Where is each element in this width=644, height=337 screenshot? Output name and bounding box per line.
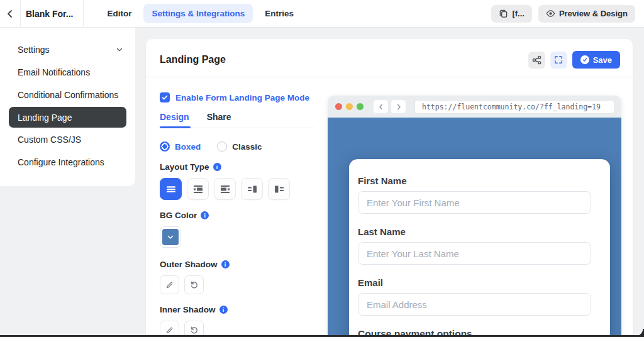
radio-classic[interactable]: Classic <box>217 141 262 152</box>
layout-type-label-row: Layout Type i <box>160 162 314 172</box>
layout-media-top-right-icon <box>193 184 203 194</box>
email-input[interactable] <box>358 293 591 316</box>
form-nav-tabs: Editor Settings & Integrations Entries <box>99 4 302 23</box>
layout-media-top-left-button[interactable] <box>214 178 236 200</box>
sidebar-item-landing-page[interactable]: Landing Page <box>9 107 126 128</box>
traffic-light-yellow-icon <box>346 103 353 110</box>
traffic-light-red-icon <box>335 103 342 110</box>
sidebar-item-configure-integrations[interactable]: Configure Integrations <box>0 151 135 174</box>
share-icon <box>532 55 541 65</box>
inner-shadow-label: Inner Shadow <box>160 305 216 314</box>
form-field-last-name: Last Name <box>358 226 591 265</box>
sidebar-item-label: Configure Integrations <box>18 157 104 167</box>
layout-mode-radios: Boxed Classic <box>160 141 314 152</box>
layout-media-top-left-icon <box>220 184 230 194</box>
bg-color-swatch <box>162 229 179 245</box>
outer-shadow-reset-button[interactable] <box>184 275 204 294</box>
topbar-actions: [f... Preview & Design <box>491 5 635 23</box>
shortcode-button[interactable]: [f... <box>491 5 532 23</box>
check-icon <box>162 94 168 101</box>
reset-icon <box>190 280 199 289</box>
info-icon[interactable]: i <box>201 211 209 219</box>
field-label: First Name <box>358 175 591 186</box>
browser-url-field[interactable] <box>414 100 614 114</box>
browser-back-button[interactable] <box>374 100 388 113</box>
window-corner <box>636 329 644 337</box>
pencil-icon <box>165 326 174 334</box>
outer-shadow-controls <box>160 275 314 294</box>
sidebar-item-label: Custom CSS/JS <box>18 135 81 145</box>
browser-forward-button[interactable] <box>391 100 406 113</box>
layout-no-media-button[interactable] <box>160 178 182 200</box>
info-icon[interactable]: i <box>219 306 228 314</box>
form-title: Blank For... <box>20 0 84 28</box>
field-label: Last Name <box>358 226 591 237</box>
browser-chrome-bar <box>328 96 621 118</box>
landing-page-preview: First Name Last Name Email Course paymen… <box>328 96 621 337</box>
page-title: Landing Page <box>160 54 226 65</box>
sidebar-item-settings[interactable]: Settings <box>0 38 135 61</box>
outer-shadow-label: Outer Shadow <box>160 260 218 269</box>
preview-design-button[interactable]: Preview & Design <box>538 5 635 23</box>
traffic-lights <box>335 103 364 110</box>
panel-toolbar: Save <box>528 51 620 69</box>
sidebar-item-label: Landing Page <box>18 113 72 123</box>
tab-settings-integrations[interactable]: Settings & Integrations <box>143 4 253 23</box>
enable-landing-mode-checkbox[interactable] <box>160 92 170 102</box>
info-icon[interactable]: i <box>221 260 230 268</box>
outer-shadow-label-row: Outer Shadow i <box>160 260 314 269</box>
fullscreen-button[interactable] <box>550 52 567 69</box>
eye-icon <box>546 9 555 18</box>
sidebar-item-label: Email Notifications <box>18 67 90 77</box>
reset-icon <box>190 326 199 334</box>
tab-entries[interactable]: Entries <box>257 4 302 23</box>
radio-classic-label: Classic <box>232 142 262 152</box>
form-field-first-name: First Name <box>358 175 591 214</box>
landing-page-body: First Name Last Name Email Course paymen… <box>328 118 621 337</box>
layout-no-media-icon <box>166 184 176 194</box>
design-share-tabs: Design Share <box>160 112 314 128</box>
bg-color-label: BG Color <box>160 211 197 220</box>
bg-color-picker[interactable] <box>160 226 181 248</box>
last-name-input[interactable] <box>358 242 591 265</box>
chevron-down-icon <box>167 235 174 240</box>
top-bar: Blank For... Editor Settings & Integrati… <box>0 0 644 28</box>
save-button[interactable]: Save <box>572 51 620 69</box>
settings-sidebar: Settings Email Notifications Conditional… <box>0 28 135 186</box>
shortcode-button-label: [f... <box>512 9 525 18</box>
copy-icon <box>499 9 508 18</box>
sidebar-item-email-notifications[interactable]: Email Notifications <box>0 61 135 84</box>
share-button[interactable] <box>528 52 545 69</box>
enable-landing-mode-row[interactable]: Enable Form Landing Page Mode <box>160 92 314 102</box>
pencil-icon <box>165 281 174 289</box>
radio-boxed-label: Boxed <box>175 142 201 152</box>
layout-type-label: Layout Type <box>160 162 209 172</box>
sidebar-item-conditional-confirmations[interactable]: Conditional Confirmations <box>0 84 135 106</box>
traffic-light-green-icon <box>357 103 364 110</box>
layout-type-options <box>160 178 314 200</box>
layout-media-top-right-button[interactable] <box>187 178 209 200</box>
tab-design[interactable]: Design <box>160 112 189 128</box>
chevron-down-icon <box>115 45 124 54</box>
radio-boxed[interactable]: Boxed <box>160 141 201 152</box>
layout-media-left-icon <box>274 184 284 194</box>
enable-landing-mode-label: Enable Form Landing Page Mode <box>175 93 309 102</box>
landing-page-panel: Landing Page Save <box>146 39 633 337</box>
layout-media-right-button[interactable] <box>241 178 263 200</box>
info-icon[interactable]: i <box>213 163 221 171</box>
chevron-right-icon <box>396 104 402 110</box>
layout-media-left-button[interactable] <box>268 178 290 200</box>
tab-share[interactable]: Share <box>207 112 231 128</box>
sidebar-item-custom-css-js[interactable]: Custom CSS/JS <box>0 128 135 151</box>
radio-unselected-icon <box>217 141 227 152</box>
radio-selected-icon <box>160 141 170 152</box>
sidebar-item-label: Conditional Confirmations <box>18 90 118 100</box>
outer-shadow-edit-button[interactable] <box>160 275 179 294</box>
chevron-left-icon <box>5 9 15 19</box>
save-button-label: Save <box>593 55 612 65</box>
tab-editor[interactable]: Editor <box>99 4 140 23</box>
check-circle-icon <box>580 55 589 64</box>
preview-design-button-label: Preview & Design <box>559 9 628 18</box>
first-name-input[interactable] <box>358 191 591 214</box>
back-button[interactable] <box>0 0 20 28</box>
